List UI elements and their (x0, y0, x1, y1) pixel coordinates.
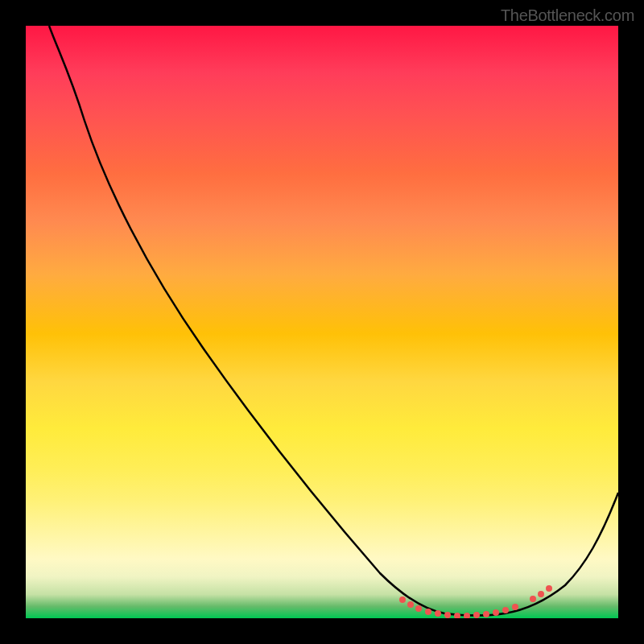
svg-point-8 (473, 612, 480, 618)
svg-point-7 (464, 613, 470, 618)
svg-point-12 (512, 604, 518, 610)
plot-area (26, 26, 618, 618)
svg-point-4 (435, 610, 441, 617)
chart-svg (26, 26, 618, 618)
svg-point-10 (493, 609, 499, 616)
chart-container: TheBottleneck.com (0, 0, 644, 644)
svg-point-15 (546, 585, 552, 592)
svg-point-0 (399, 597, 406, 603)
svg-point-1 (407, 601, 414, 608)
svg-point-13 (530, 596, 536, 602)
svg-point-2 (415, 605, 422, 612)
main-curve-line (49, 26, 618, 616)
svg-point-3 (425, 609, 431, 615)
svg-point-5 (444, 612, 451, 618)
watermark-text: TheBottleneck.com (501, 6, 634, 25)
svg-point-11 (502, 607, 509, 613)
optimal-region-dots (399, 585, 552, 618)
svg-point-9 (483, 611, 489, 617)
svg-point-6 (454, 613, 460, 618)
svg-point-14 (538, 591, 544, 597)
